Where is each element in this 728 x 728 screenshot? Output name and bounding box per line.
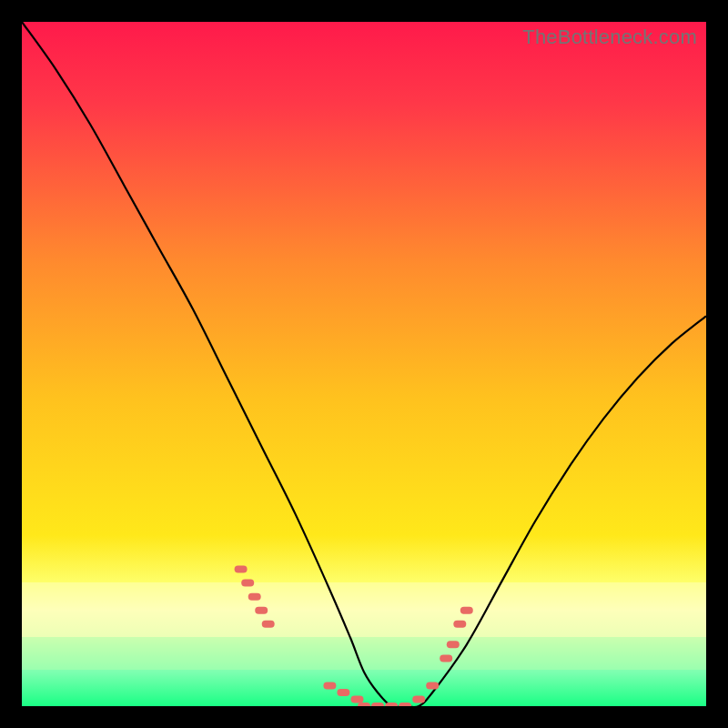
highlight-band <box>22 582 706 670</box>
dot <box>323 682 336 689</box>
dot <box>351 696 364 703</box>
bottleneck-chart <box>22 22 706 706</box>
chart-frame: TheBottleneck.com <box>22 22 706 706</box>
dot <box>440 654 452 662</box>
dot <box>447 641 460 648</box>
dot <box>399 703 411 706</box>
dot <box>358 703 370 706</box>
dot <box>255 607 268 614</box>
dot <box>262 621 275 628</box>
dot <box>426 682 439 689</box>
dot <box>460 607 473 614</box>
dot <box>371 703 384 706</box>
dot <box>241 580 254 587</box>
dot <box>385 703 398 706</box>
dot <box>412 696 425 703</box>
dot <box>248 593 261 601</box>
svg-rect-0 <box>22 582 706 637</box>
dot <box>235 566 248 573</box>
dot <box>453 621 466 628</box>
svg-rect-1 <box>22 637 706 670</box>
watermark-label: TheBottleneck.com <box>522 25 697 49</box>
dot <box>337 689 349 696</box>
